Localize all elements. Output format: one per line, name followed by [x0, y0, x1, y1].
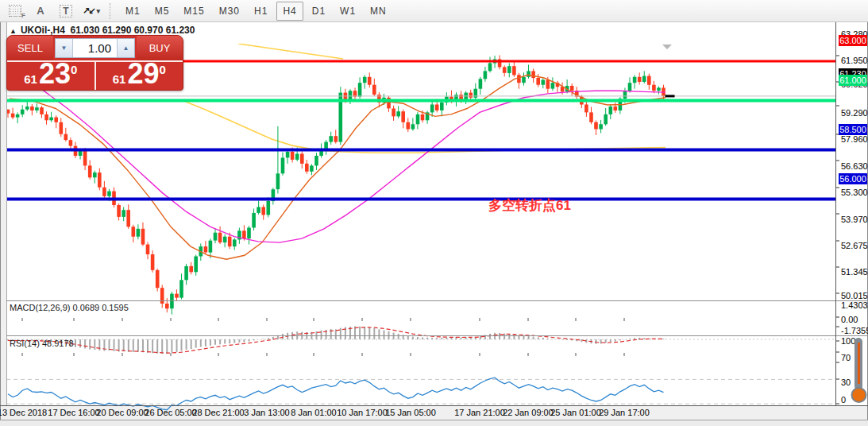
- time-label: 10 Jan 17:00: [337, 408, 388, 417]
- rsi-tick-100: 100: [841, 336, 855, 346]
- text-box-glyph: T: [60, 5, 71, 17]
- timeframe-button-m15[interactable]: M15: [178, 2, 210, 20]
- text-box-icon[interactable]: T: [56, 2, 76, 20]
- macd-signal-line: [8, 327, 664, 353]
- ma-mid-magenta: [16, 75, 665, 242]
- volume-decrease-button[interactable]: ▼: [56, 39, 73, 57]
- timeframe-button-h4[interactable]: H4: [276, 2, 303, 21]
- price-tick-56.630: 56.630: [841, 161, 868, 171]
- volume-value[interactable]: 1.00: [73, 39, 117, 57]
- time-label: 20 Dec 09:00: [96, 408, 148, 417]
- buy-price-main: 29: [127, 62, 159, 86]
- sell-price-main: 23: [39, 62, 71, 86]
- time-label: 13 Dec 2018: [0, 408, 47, 417]
- top-toolbar: F A T ↗↙▾ M1M5M15M30H1H4D1W1MN: [0, 0, 868, 22]
- rsi-pane-separator[interactable]: [6, 335, 867, 336]
- time-label: 22 Jan 09:00: [503, 408, 554, 417]
- time-label: 3 Jan 13:00: [244, 408, 290, 417]
- chart-grid-icon[interactable]: F: [5, 2, 25, 20]
- macd-tick-0.00: 0.00: [841, 315, 858, 324]
- time-label: 26 Dec 05:00: [145, 408, 196, 417]
- timeframe-button-mn[interactable]: MN: [365, 2, 392, 20]
- time-label: 8 Jan 01:00: [291, 408, 337, 417]
- price-row: 61 23 0 61 29 0: [7, 62, 183, 90]
- time-label: 25 Jan 01:00: [550, 408, 601, 417]
- grid-glyph: F: [9, 5, 21, 17]
- macd-label: MACD(12,26,9) 0.0689 0.1595: [10, 303, 129, 312]
- price-tick-53.970: 53.970: [841, 215, 868, 224]
- price-tick-59.290: 59.290: [841, 108, 868, 118]
- price-tag-56.000: 56.000: [839, 173, 867, 184]
- timeframe-group: M1M5M15M30H1H4D1W1MN: [117, 2, 392, 21]
- rsi-tick-0: 0: [841, 395, 846, 405]
- dropdown-caret-icon: ▾: [96, 7, 100, 15]
- macd-tick-1.4303: 1.4303: [841, 300, 868, 310]
- window-bottom-strip: [0, 420, 868, 426]
- candles: [6, 56, 665, 315]
- arrows-icon[interactable]: ↗↙▾: [81, 2, 102, 20]
- window-left-border: [0, 21, 1, 426]
- price-tick-51.345: 51.345: [841, 267, 868, 277]
- volume-stepper: ▼ 1.00 ▲: [55, 38, 135, 58]
- rsi-tick-30: 30: [841, 378, 851, 387]
- price-tag-58.500: 58.500: [839, 124, 867, 135]
- price-tick-55.300: 55.300: [841, 188, 868, 197]
- last-price-marker: [665, 95, 675, 97]
- time-label: 17 Dec 16:00: [48, 408, 99, 417]
- y-axis-line: [835, 22, 836, 405]
- price-tick-61.950: 61.950: [841, 56, 868, 65]
- price-tick-50.015: 50.015: [841, 291, 868, 300]
- text-label-icon[interactable]: A: [30, 2, 51, 20]
- price-tick-52.675: 52.675: [841, 241, 868, 250]
- timeframe-button-w1[interactable]: W1: [334, 2, 361, 20]
- buy-price-sup: 0: [159, 63, 165, 76]
- x-axis-line: [0, 405, 868, 406]
- arrows-glyph: ↗↙: [83, 6, 94, 16]
- ma-fast-orange: [10, 75, 665, 259]
- timeframe-button-m1[interactable]: M1: [120, 2, 146, 20]
- time-label: 28 Dec 21:00: [192, 408, 244, 417]
- time-label: 17 Jan 21:00: [454, 408, 505, 417]
- sell-price[interactable]: 61 23 0: [7, 62, 96, 90]
- time-label: 15 Jan 05:00: [385, 408, 436, 417]
- chart-annotation-text: 多空转折点61: [488, 196, 571, 215]
- timeframe-button-m5[interactable]: M5: [149, 2, 176, 20]
- sell-price-prefix: 61: [24, 72, 37, 86]
- macd-tick--1.7355: -1.7355: [841, 326, 868, 335]
- macd-pane-separator[interactable]: [6, 300, 867, 301]
- macd-histogram: [8, 327, 664, 354]
- ma-slow-yellow: [183, 101, 665, 153]
- sell-price-sup: 0: [71, 63, 77, 76]
- one-click-trading-panel: SELL ▼ 1.00 ▲ BUY 61 23 0 61 29 0: [6, 35, 183, 91]
- timeframe-button-m30[interactable]: M30: [214, 2, 245, 20]
- scroll-marker-icon[interactable]: [662, 45, 672, 49]
- buy-price[interactable]: 61 29 0: [96, 62, 183, 90]
- timeframe-button-h1[interactable]: H1: [249, 2, 273, 20]
- yellow-trendline: [238, 44, 343, 59]
- rsi-tick-70: 70: [841, 353, 851, 362]
- volume-increase-button[interactable]: ▲: [117, 39, 134, 57]
- price-tick-57.960: 57.960: [841, 134, 868, 144]
- price-tag-61.000: 61.000: [839, 75, 867, 86]
- buy-price-prefix: 61: [113, 72, 126, 86]
- timeframe-button-d1[interactable]: D1: [307, 2, 331, 20]
- rsi-label: RSI(14) 48.9178: [10, 339, 74, 348]
- toolbar-separator: [110, 3, 110, 19]
- price-tag-63.000: 63.000: [839, 35, 867, 46]
- time-label: 29 Jan 17:00: [599, 408, 650, 417]
